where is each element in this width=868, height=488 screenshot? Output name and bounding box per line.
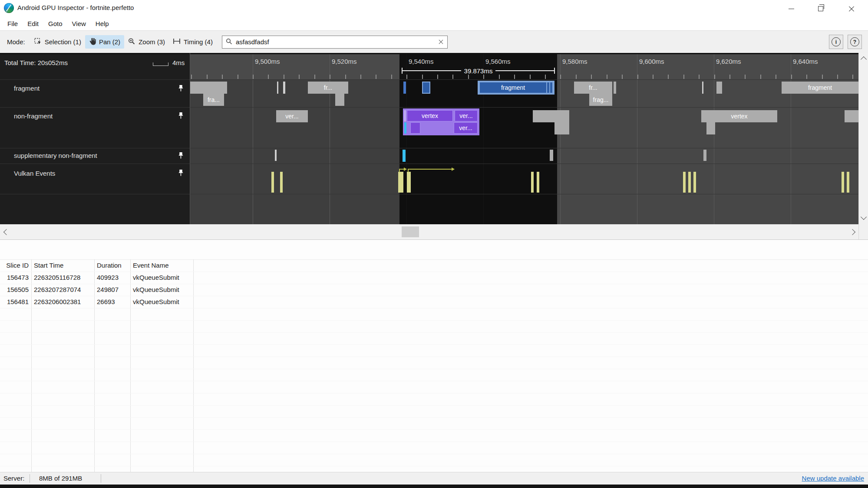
ruler-tick: [576, 75, 577, 79]
ruler-tick: [499, 75, 500, 79]
slice[interactable]: [335, 94, 344, 106]
slice[interactable]: [407, 172, 411, 193]
ruler-tick: [191, 75, 192, 79]
ruler-tick: [222, 75, 223, 79]
scale-bracket-icon: [153, 62, 168, 66]
ruler-tick: [745, 75, 746, 79]
ruler-label: 9,540ms: [409, 58, 434, 65]
slice[interactable]: [683, 172, 686, 193]
track-separator: [0, 164, 858, 164]
slice-fr[interactable]: fr...: [574, 82, 612, 94]
slice[interactable]: [275, 150, 277, 161]
slice[interactable]: [410, 122, 420, 134]
track-label: supplementary non-fragment: [14, 151, 97, 160]
pin-icon[interactable]: [178, 112, 184, 120]
slice[interactable]: [283, 82, 285, 94]
slice-frag[interactable]: frag...: [589, 94, 612, 106]
slice[interactable]: [703, 150, 706, 161]
slice[interactable]: [547, 82, 549, 93]
scroll-up-icon[interactable]: [861, 56, 867, 62]
pin-icon[interactable]: [178, 152, 184, 160]
slice[interactable]: [190, 82, 227, 94]
ruler-tick: [637, 75, 638, 79]
slice[interactable]: [277, 82, 278, 94]
ruler-tick: [468, 75, 469, 79]
slice[interactable]: [847, 172, 849, 193]
slice[interactable]: [422, 82, 430, 94]
ruler-tick: [560, 75, 561, 79]
slice[interactable]: [842, 172, 844, 193]
ruler-label: 9,620ms: [716, 58, 741, 65]
slice-fragment[interactable]: fragment: [782, 82, 858, 94]
slice[interactable]: [693, 172, 696, 193]
slice-vertex[interactable]: vertex: [407, 110, 453, 121]
slice[interactable]: [404, 122, 406, 134]
ruler-tick: [653, 75, 653, 79]
slice[interactable]: [533, 110, 569, 122]
slice-fr[interactable]: fr...: [308, 82, 348, 94]
pin-icon[interactable]: [178, 85, 184, 92]
range-duration-label: 39.873ms: [461, 67, 496, 75]
slice[interactable]: [403, 150, 406, 162]
ruler-tick: [791, 75, 792, 79]
ruler-tick: [376, 75, 376, 79]
total-time-label: Total Time: 20s052ms: [4, 59, 68, 66]
ruler-tick: [591, 75, 592, 79]
ruler-label: 9,640ms: [793, 58, 818, 65]
slice[interactable]: [404, 110, 406, 121]
slice[interactable]: [554, 122, 569, 134]
ruler-tick: [668, 75, 669, 79]
time-range-measurement: 39.873ms: [402, 67, 555, 74]
slice-fra[interactable]: fra...: [203, 94, 224, 106]
slice[interactable]: [271, 172, 274, 193]
track-label: non-fragment: [14, 111, 53, 121]
flow-arrow: [400, 169, 406, 170]
slice[interactable]: [398, 172, 403, 193]
ruler-tick: [452, 75, 453, 79]
horizontal-scrollbar[interactable]: [0, 224, 868, 239]
slice[interactable]: [614, 82, 616, 94]
ruler-tick: [683, 75, 684, 79]
slice-vertex[interactable]: vertex: [701, 110, 777, 122]
pin-icon[interactable]: [178, 169, 184, 177]
slice[interactable]: [531, 172, 534, 193]
slice-ver[interactable]: ver...: [276, 110, 308, 122]
slice[interactable]: [702, 82, 703, 94]
scale-label: 4ms: [172, 59, 185, 66]
slice[interactable]: [537, 172, 539, 193]
slice[interactable]: [550, 82, 552, 93]
slice-fragment[interactable]: fragment: [480, 82, 546, 93]
slice[interactable]: [706, 122, 715, 134]
slice-ver[interactable]: ver...: [454, 122, 478, 134]
ruler-label: 9,520ms: [332, 58, 357, 65]
scroll-right-icon[interactable]: [849, 229, 855, 235]
ruler-tick: [437, 75, 438, 79]
ruler-label: 9,500ms: [255, 58, 280, 65]
ruler-tick: [483, 75, 484, 79]
ruler-tick: [607, 75, 607, 79]
vertical-scrollbar[interactable]: [858, 53, 868, 239]
ruler-tick: [238, 75, 238, 79]
scroll-left-icon[interactable]: [3, 229, 10, 235]
slice[interactable]: [550, 150, 553, 161]
slice[interactable]: [403, 82, 406, 94]
slice[interactable]: [716, 82, 722, 94]
ruler-tick: [822, 75, 823, 79]
ruler-tick: [699, 75, 700, 79]
slice-ver[interactable]: ver...: [455, 110, 478, 121]
slice[interactable]: [845, 110, 858, 122]
ruler-tick: [284, 75, 284, 79]
scroll-down-icon[interactable]: [861, 214, 867, 220]
track-separator: [0, 79, 858, 80]
slice[interactable]: [280, 172, 283, 193]
ruler-tick: [253, 75, 254, 79]
track-separator: [0, 194, 858, 194]
ruler-tick: [530, 75, 531, 79]
track-label: Vulkan Events: [14, 169, 55, 178]
ruler-tick: [852, 75, 853, 79]
ruler-tick: [729, 75, 730, 79]
ruler-tick: [622, 75, 623, 79]
ruler-tick: [360, 75, 361, 79]
horizontal-scroll-thumb[interactable]: [402, 226, 419, 237]
slice[interactable]: [688, 172, 691, 193]
